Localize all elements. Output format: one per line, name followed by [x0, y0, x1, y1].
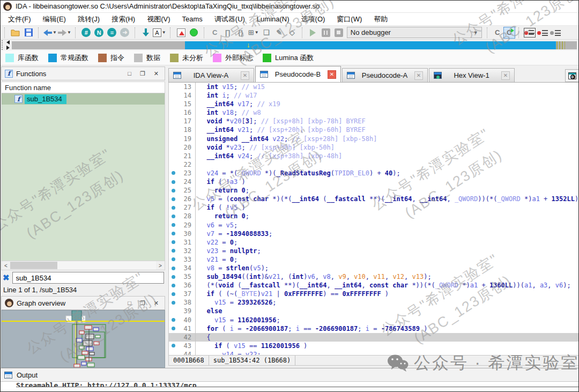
code-line-16[interactable]: 16 int v18; // w8 — [169, 108, 579, 117]
functions-list[interactable]: fsub_1B534 — [1, 93, 165, 261]
code-line-30[interactable]: 30 v7 = -1894088833; — [169, 230, 579, 238]
menu-item-luminan[interactable]: Lumina(N) — [251, 14, 295, 24]
line-marker-cell[interactable] — [169, 350, 177, 355]
debugger-start-button[interactable] — [307, 27, 319, 39]
forward-dropdown-caret[interactable]: ▼ — [67, 30, 71, 35]
function-filter-input[interactable] — [12, 272, 164, 284]
tab-pseudocode-a[interactable]: Pseudocode-A✕ — [342, 68, 428, 82]
menu-item-j[interactable]: 跳转(J) — [72, 13, 106, 25]
line-marker-cell[interactable] — [169, 91, 177, 100]
code-line-14[interactable]: 14 int i; // w17 — [169, 91, 579, 100]
code-line-42[interactable]: 42 { — [169, 333, 579, 342]
menu-item-o[interactable]: 选项(O) — [295, 13, 331, 25]
line-marker-cell[interactable] — [169, 117, 177, 125]
code-line-13[interactable]: 13 int v15; // w15 — [169, 83, 579, 91]
tab-ida-view-a[interactable]: IDA View-A✕ — [168, 68, 254, 82]
line-marker-cell[interactable] — [169, 307, 177, 315]
jump-name-button[interactable]: N — [93, 27, 105, 39]
tab-close-icon[interactable]: ✕ — [414, 71, 423, 80]
jump-segment-button[interactable]: = — [106, 27, 118, 39]
scroll-right-arrow[interactable]: > — [156, 263, 165, 269]
navigate-back-button[interactable]: ▼ — [43, 27, 57, 39]
compile-run-button[interactable]: C — [503, 27, 515, 39]
line-marker-cell[interactable] — [169, 108, 177, 117]
pseudocode-view[interactable]: 13 int v15; // w1514 int i; // w1715 __i… — [168, 83, 579, 355]
line-marker-cell[interactable] — [169, 212, 177, 220]
line-marker-cell[interactable] — [169, 152, 177, 160]
functions-hscrollbar[interactable]: < > — [1, 261, 165, 270]
code-line-26[interactable]: 26 v5 = (const char *)(*(__int64 (__fast… — [169, 195, 579, 203]
line-marker-cell[interactable] — [169, 333, 177, 342]
tab-close-icon[interactable]: ✕ — [328, 70, 336, 79]
struct-dropdown-caret[interactable]: ▼ — [255, 30, 259, 35]
line-marker-cell[interactable] — [169, 186, 177, 195]
line-marker-cell[interactable] — [169, 135, 177, 143]
line-marker-cell[interactable] — [169, 290, 177, 298]
debugger-selector[interactable]: No debugger ▼ — [347, 27, 482, 38]
diamond-button[interactable]: ◇ — [286, 27, 298, 39]
line-marker-cell[interactable] — [169, 203, 177, 212]
tab-pseudocode-b[interactable]: Pseudocode-B✕ — [255, 66, 341, 82]
code-line-43[interactable]: 43 if ( v15 == 1162001956 ) — [169, 342, 579, 350]
code-line-15[interactable]: 15 __int64 v17; // x19 — [169, 100, 579, 108]
jump-problem-button[interactable]: ➜ — [119, 27, 131, 39]
line-marker-cell[interactable] — [169, 342, 177, 350]
window-list-button[interactable]: 0 — [565, 69, 579, 82]
tab-hex-view-1[interactable]: Hex View-1✕ — [429, 68, 515, 82]
menu-item-e[interactable]: 编辑(E) — [37, 13, 72, 25]
line-marker-cell[interactable] — [169, 160, 177, 169]
menu-item-v[interactable]: 视图(V) — [141, 13, 176, 25]
code-line-39[interactable]: 39 else — [169, 307, 579, 315]
line-marker-cell[interactable] — [169, 247, 177, 255]
create-union-button[interactable]: ∏ — [222, 27, 234, 39]
code-line-35[interactable]: 35 sub_18494((int)&v21, (int)v6, v8, v9,… — [169, 272, 579, 281]
float-icon[interactable]: ❐ — [137, 70, 148, 77]
line-marker-cell[interactable] — [169, 100, 177, 108]
code-line-28[interactable]: 28 return 0; — [169, 212, 579, 220]
jump-address-button[interactable]: # — [80, 27, 92, 39]
line-marker-cell[interactable] — [169, 264, 177, 272]
code-line-20[interactable]: 20 void *v23; // [xsp+30h] [xbp-50h] — [169, 143, 579, 152]
code-line-24[interactable]: 24 if ( !a3 ) — [169, 177, 579, 186]
maximize-icon[interactable]: □ — [125, 300, 134, 306]
line-marker-cell[interactable] — [169, 230, 177, 238]
edit-type-button[interactable]: ✎ — [273, 27, 285, 39]
create-enum-button[interactable]: {} — [235, 27, 247, 39]
menu-item-f[interactable]: 文件(F) — [2, 13, 37, 25]
close-icon[interactable]: ✕ — [151, 300, 161, 307]
breakpoint-list-button[interactable] — [524, 27, 536, 39]
code-line-44[interactable]: 44 v14 = v22; — [169, 350, 579, 355]
jump-next-button[interactable] — [140, 27, 152, 39]
menu-item-teams[interactable]: Teams — [176, 14, 209, 24]
code-line-25[interactable]: 25 return 0; — [169, 186, 579, 195]
line-marker-cell[interactable] — [169, 169, 177, 177]
code-line-38[interactable]: 38 v15 = 239326526; — [169, 298, 579, 307]
disabled-breakpoint-button[interactable] — [550, 27, 561, 39]
menu-item-w[interactable]: 窗口(W) — [331, 13, 368, 25]
code-line-19[interactable]: 19 unsigned __int64 v22; // [xsp+28h] [x… — [169, 135, 579, 143]
code-line-37[interactable]: 37 if ( (~(_BYTE)v21 | 0xFFFFFFFE) == 0x… — [169, 290, 579, 298]
line-marker-cell[interactable] — [169, 324, 177, 333]
code-line-21[interactable]: 21 __int64 v24; // [xsp+38h] [xbp-48h] — [169, 152, 579, 160]
line-marker-cell[interactable] — [169, 238, 177, 247]
graph-overview-canvas[interactable] — [1, 310, 165, 368]
struct-tools-button[interactable]: ⊞▼ — [248, 27, 259, 39]
line-marker-cell[interactable] — [169, 281, 177, 290]
tab-close-icon[interactable]: ✕ — [501, 71, 510, 80]
ascii-dropdown-caret[interactable]: ▼ — [162, 30, 166, 35]
code-line-18[interactable]: 18 __int64 v21; // [xsp+20h] [xbp-60h] B… — [169, 125, 579, 134]
enabled-state-button[interactable] — [188, 27, 200, 39]
menu-item-h[interactable]: 搜索(H) — [106, 13, 141, 25]
code-line-22[interactable]: 22 — [169, 160, 579, 169]
add-breakpoint-button[interactable] — [537, 27, 548, 39]
tab-close-icon[interactable]: ✕ — [241, 71, 249, 80]
line-marker-cell[interactable] — [169, 143, 177, 152]
code-line-29[interactable]: 29 v6 = v5; — [169, 221, 579, 230]
debugger-pause-button[interactable] — [320, 27, 332, 39]
float-icon[interactable]: ❐ — [137, 300, 148, 307]
code-line-40[interactable]: 40 v15 = 1162001956; — [169, 316, 579, 324]
navigation-band-track[interactable]: ↓ — [12, 41, 577, 49]
code-line-17[interactable]: 17 void *v20[3]; // [xsp+8h] [xbp-78h] B… — [169, 117, 579, 125]
clear-filter-icon[interactable]: ✖ — [1, 273, 10, 283]
code-line-33[interactable]: 33 v21 = 0; — [169, 255, 579, 264]
